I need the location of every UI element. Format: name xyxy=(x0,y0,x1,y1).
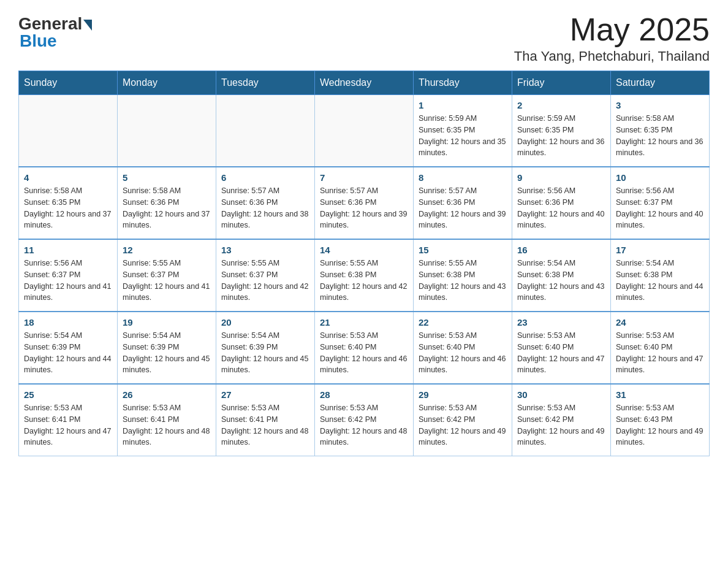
day-info: Sunrise: 5:54 AMSunset: 6:38 PMDaylight:… xyxy=(517,258,605,304)
header-monday: Monday xyxy=(118,71,216,95)
day-number: 23 xyxy=(517,317,605,327)
calendar-header-row: Sunday Monday Tuesday Wednesday Thursday… xyxy=(19,71,710,95)
day-info: Sunrise: 5:53 AMSunset: 6:40 PMDaylight:… xyxy=(517,330,605,376)
day-info: Sunrise: 5:59 AMSunset: 6:35 PMDaylight:… xyxy=(517,113,605,159)
calendar-cell-w3-d5: 15Sunrise: 5:55 AMSunset: 6:38 PMDayligh… xyxy=(414,239,512,312)
day-info: Sunrise: 5:53 AMSunset: 6:40 PMDaylight:… xyxy=(616,330,704,376)
calendar-cell-w2-d3: 6Sunrise: 5:57 AMSunset: 6:36 PMDaylight… xyxy=(216,167,315,239)
day-number: 2 xyxy=(517,100,605,110)
day-number: 19 xyxy=(123,317,211,327)
calendar-cell-w4-d2: 19Sunrise: 5:54 AMSunset: 6:39 PMDayligh… xyxy=(118,312,216,384)
month-year-title: May 2025 xyxy=(514,12,710,47)
day-info: Sunrise: 5:54 AMSunset: 6:39 PMDaylight:… xyxy=(221,330,309,376)
calendar-cell-w1-d7: 3Sunrise: 5:58 AMSunset: 6:35 PMDaylight… xyxy=(611,95,710,167)
calendar-week-4: 18Sunrise: 5:54 AMSunset: 6:39 PMDayligh… xyxy=(19,312,710,384)
day-info: Sunrise: 5:57 AMSunset: 6:36 PMDaylight:… xyxy=(320,185,408,231)
calendar-cell-w2-d6: 9Sunrise: 5:56 AMSunset: 6:36 PMDaylight… xyxy=(512,167,611,239)
day-number: 29 xyxy=(419,389,507,400)
day-info: Sunrise: 5:53 AMSunset: 6:43 PMDaylight:… xyxy=(616,402,704,448)
day-info: Sunrise: 5:58 AMSunset: 6:35 PMDaylight:… xyxy=(24,185,112,231)
day-number: 11 xyxy=(24,245,112,255)
calendar-cell-w5-d1: 25Sunrise: 5:53 AMSunset: 6:41 PMDayligh… xyxy=(19,384,118,456)
day-number: 6 xyxy=(221,172,309,183)
logo-general-text: General xyxy=(18,15,82,33)
calendar-week-2: 4Sunrise: 5:58 AMSunset: 6:35 PMDaylight… xyxy=(19,167,710,239)
day-info: Sunrise: 5:58 AMSunset: 6:36 PMDaylight:… xyxy=(123,185,211,231)
day-info: Sunrise: 5:53 AMSunset: 6:42 PMDaylight:… xyxy=(419,402,507,448)
header-saturday: Saturday xyxy=(611,71,710,95)
day-info: Sunrise: 5:56 AMSunset: 6:37 PMDaylight:… xyxy=(24,258,112,304)
calendar-cell-w5-d4: 28Sunrise: 5:53 AMSunset: 6:42 PMDayligh… xyxy=(315,384,414,456)
calendar-cell-w1-d3 xyxy=(216,95,315,167)
calendar-cell-w2-d5: 8Sunrise: 5:57 AMSunset: 6:36 PMDaylight… xyxy=(414,167,512,239)
day-number: 31 xyxy=(616,389,704,400)
day-info: Sunrise: 5:56 AMSunset: 6:37 PMDaylight:… xyxy=(616,185,704,231)
calendar-cell-w4-d3: 20Sunrise: 5:54 AMSunset: 6:39 PMDayligh… xyxy=(216,312,315,384)
day-number: 7 xyxy=(320,172,408,183)
day-number: 30 xyxy=(517,389,605,400)
day-info: Sunrise: 5:57 AMSunset: 6:36 PMDaylight:… xyxy=(221,185,309,231)
calendar-cell-w2-d2: 5Sunrise: 5:58 AMSunset: 6:36 PMDaylight… xyxy=(118,167,216,239)
day-info: Sunrise: 5:58 AMSunset: 6:35 PMDaylight:… xyxy=(616,113,704,159)
day-number: 9 xyxy=(517,172,605,183)
day-number: 3 xyxy=(616,100,704,110)
day-number: 17 xyxy=(616,245,704,255)
calendar-cell-w1-d1 xyxy=(19,95,118,167)
day-info: Sunrise: 5:53 AMSunset: 6:41 PMDaylight:… xyxy=(123,402,211,448)
day-number: 5 xyxy=(123,172,211,183)
page-header: General Blue May 2025 Tha Yang, Phetchab… xyxy=(18,12,710,64)
day-info: Sunrise: 5:54 AMSunset: 6:38 PMDaylight:… xyxy=(616,258,704,304)
calendar-cell-w5-d5: 29Sunrise: 5:53 AMSunset: 6:42 PMDayligh… xyxy=(414,384,512,456)
day-number: 16 xyxy=(517,245,605,255)
day-info: Sunrise: 5:57 AMSunset: 6:36 PMDaylight:… xyxy=(419,185,507,231)
calendar-week-5: 25Sunrise: 5:53 AMSunset: 6:41 PMDayligh… xyxy=(19,384,710,456)
day-number: 21 xyxy=(320,317,408,327)
day-info: Sunrise: 5:53 AMSunset: 6:41 PMDaylight:… xyxy=(221,402,309,448)
calendar-cell-w2-d1: 4Sunrise: 5:58 AMSunset: 6:35 PMDaylight… xyxy=(19,167,118,239)
day-info: Sunrise: 5:53 AMSunset: 6:40 PMDaylight:… xyxy=(320,330,408,376)
header-wednesday: Wednesday xyxy=(315,71,414,95)
header-friday: Friday xyxy=(512,71,611,95)
calendar-cell-w4-d7: 24Sunrise: 5:53 AMSunset: 6:40 PMDayligh… xyxy=(611,312,710,384)
day-info: Sunrise: 5:55 AMSunset: 6:38 PMDaylight:… xyxy=(419,258,507,304)
day-number: 15 xyxy=(419,245,507,255)
calendar-cell-w1-d2 xyxy=(118,95,216,167)
calendar-cell-w4-d1: 18Sunrise: 5:54 AMSunset: 6:39 PMDayligh… xyxy=(19,312,118,384)
logo-blue-text: Blue xyxy=(20,31,57,51)
calendar-cell-w3-d7: 17Sunrise: 5:54 AMSunset: 6:38 PMDayligh… xyxy=(611,239,710,312)
day-info: Sunrise: 5:53 AMSunset: 6:42 PMDaylight:… xyxy=(320,402,408,448)
calendar-cell-w4-d6: 23Sunrise: 5:53 AMSunset: 6:40 PMDayligh… xyxy=(512,312,611,384)
calendar-cell-w1-d4 xyxy=(315,95,414,167)
calendar-week-1: 1Sunrise: 5:59 AMSunset: 6:35 PMDaylight… xyxy=(19,95,710,167)
calendar-cell-w2-d4: 7Sunrise: 5:57 AMSunset: 6:36 PMDaylight… xyxy=(315,167,414,239)
calendar-cell-w5-d3: 27Sunrise: 5:53 AMSunset: 6:41 PMDayligh… xyxy=(216,384,315,456)
day-info: Sunrise: 5:53 AMSunset: 6:40 PMDaylight:… xyxy=(419,330,507,376)
day-number: 25 xyxy=(24,389,112,400)
day-number: 10 xyxy=(616,172,704,183)
day-number: 8 xyxy=(419,172,507,183)
title-block: May 2025 Tha Yang, Phetchaburi, Thailand xyxy=(514,12,710,64)
day-number: 28 xyxy=(320,389,408,400)
calendar-cell-w3-d4: 14Sunrise: 5:55 AMSunset: 6:38 PMDayligh… xyxy=(315,239,414,312)
calendar-table: Sunday Monday Tuesday Wednesday Thursday… xyxy=(18,71,710,456)
day-number: 1 xyxy=(419,100,507,110)
calendar-cell-w3-d2: 12Sunrise: 5:55 AMSunset: 6:37 PMDayligh… xyxy=(118,239,216,312)
calendar-week-3: 11Sunrise: 5:56 AMSunset: 6:37 PMDayligh… xyxy=(19,239,710,312)
day-number: 12 xyxy=(123,245,211,255)
day-info: Sunrise: 5:54 AMSunset: 6:39 PMDaylight:… xyxy=(24,330,112,376)
calendar-cell-w4-d4: 21Sunrise: 5:53 AMSunset: 6:40 PMDayligh… xyxy=(315,312,414,384)
day-number: 24 xyxy=(616,317,704,327)
day-number: 26 xyxy=(123,389,211,400)
calendar-cell-w3-d6: 16Sunrise: 5:54 AMSunset: 6:38 PMDayligh… xyxy=(512,239,611,312)
logo: General Blue xyxy=(18,12,92,51)
header-thursday: Thursday xyxy=(414,71,512,95)
day-info: Sunrise: 5:53 AMSunset: 6:42 PMDaylight:… xyxy=(517,402,605,448)
day-info: Sunrise: 5:59 AMSunset: 6:35 PMDaylight:… xyxy=(419,113,507,159)
day-info: Sunrise: 5:56 AMSunset: 6:36 PMDaylight:… xyxy=(517,185,605,231)
day-info: Sunrise: 5:55 AMSunset: 6:37 PMDaylight:… xyxy=(221,258,309,304)
day-info: Sunrise: 5:54 AMSunset: 6:39 PMDaylight:… xyxy=(123,330,211,376)
calendar-cell-w3-d1: 11Sunrise: 5:56 AMSunset: 6:37 PMDayligh… xyxy=(19,239,118,312)
header-tuesday: Tuesday xyxy=(216,71,315,95)
calendar-cell-w5-d7: 31Sunrise: 5:53 AMSunset: 6:43 PMDayligh… xyxy=(611,384,710,456)
calendar-cell-w3-d3: 13Sunrise: 5:55 AMSunset: 6:37 PMDayligh… xyxy=(216,239,315,312)
